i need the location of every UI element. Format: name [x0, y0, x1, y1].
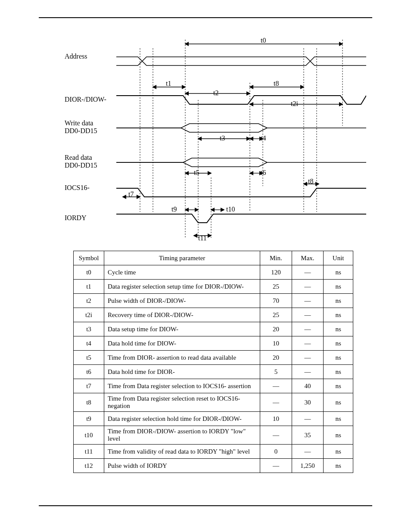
cell-min: 10 — [260, 336, 292, 351]
signal-label-address: Address — [65, 53, 87, 60]
table-row: t0Cycle time120—ns — [74, 265, 353, 280]
table-header-row: Symbol Timing parameter Min. Max. Unit — [74, 251, 353, 265]
table-row: t12Pulse width of IORDY—1,250ns — [74, 459, 353, 473]
cell-param: Data register selection setup time for D… — [104, 280, 260, 294]
table-row: t5Time from DIOR- assertion to read data… — [74, 351, 353, 365]
header-min: Min. — [260, 251, 292, 265]
cell-unit: ns — [324, 308, 353, 322]
cell-unit: ns — [324, 445, 353, 459]
cell-unit: ns — [324, 280, 353, 294]
cell-min: — — [260, 393, 292, 412]
cell-max: — — [292, 445, 324, 459]
cell-unit: ns — [324, 459, 353, 473]
dim-t3: t3 — [220, 134, 225, 142]
cell-symbol: t0 — [74, 265, 104, 280]
cell-symbol: t1 — [74, 280, 104, 294]
dim-t4: t4 — [261, 134, 266, 142]
table-row: t2Pulse width of DIOR-/DIOW-70—ns — [74, 294, 353, 308]
cell-min: 120 — [260, 265, 292, 280]
cell-max: — — [292, 336, 324, 351]
signal-label-dior-diow: DIOR-/DIOW- — [65, 96, 106, 103]
table-row: t2iRecovery time of DIOR-/DIOW-25—ns — [74, 308, 353, 322]
cell-min: — — [260, 426, 292, 445]
table-row: t7Time from Data register selection to I… — [74, 379, 353, 393]
cell-symbol: t8 — [74, 393, 104, 412]
cell-symbol: t2 — [74, 294, 104, 308]
cell-max: — — [292, 294, 324, 308]
table-row: t11Time from validity of read data to IO… — [74, 445, 353, 459]
cell-unit: ns — [324, 365, 353, 379]
cell-symbol: t5 — [74, 351, 104, 365]
cell-symbol: t6 — [74, 365, 104, 379]
cell-max: — — [292, 351, 324, 365]
dim-t8: t8 — [308, 177, 313, 185]
cell-min: 25 — [260, 308, 292, 322]
cell-max: 1,250 — [292, 459, 324, 473]
dim-t9: t8 — [274, 80, 279, 87]
cell-max: — — [292, 308, 324, 322]
timing-diagram: Address DIOR-/DIOW- Write data DD0-DD15 … — [65, 35, 366, 242]
cell-symbol: t4 — [74, 336, 104, 351]
cell-unit: ns — [324, 426, 353, 445]
cell-max: — — [292, 280, 324, 294]
cell-unit: ns — [324, 265, 353, 280]
timing-table: Symbol Timing parameter Min. Max. Unit t… — [73, 251, 353, 473]
cell-max: — — [292, 365, 324, 379]
dim-t10: t9 — [171, 205, 177, 213]
dim-t7: t7 — [128, 190, 134, 198]
cell-param: Pulse width of IORDY — [104, 459, 260, 473]
cell-param: Time from validity of read data to IORDY… — [104, 445, 260, 459]
signal-label-iocs16: IOCS16- — [65, 184, 90, 192]
cell-param: Time from Data register selection reset … — [104, 393, 260, 412]
cell-param: Data setup time for DIOW- — [104, 322, 260, 336]
cell-min: 20 — [260, 322, 292, 336]
cell-symbol: t9 — [74, 412, 104, 426]
cell-max: — — [292, 322, 324, 336]
cell-param: Pulse width of DIOR-/DIOW- — [104, 294, 260, 308]
dim-t2i: t2i — [291, 100, 298, 108]
dim-t6: t6 — [261, 169, 266, 177]
rule-top — [39, 17, 372, 18]
cell-max: 35 — [292, 426, 324, 445]
table-row: t6Data hold time for DIOR-5—ns — [74, 365, 353, 379]
cell-max: — — [292, 265, 324, 280]
dim-t12: t11 — [198, 234, 207, 242]
timing-table-wrap: Symbol Timing parameter Min. Max. Unit t… — [73, 251, 372, 473]
rule-bottom — [39, 505, 372, 506]
cell-param: Recovery time of DIOR-/DIOW- — [104, 308, 260, 322]
cell-min: — — [260, 459, 292, 473]
header-max: Max. — [292, 251, 324, 265]
cell-symbol: t7 — [74, 379, 104, 393]
table-row: t8Time from Data register selection rese… — [74, 393, 353, 412]
cell-symbol: t2i — [74, 308, 104, 322]
cell-symbol: t12 — [74, 459, 104, 473]
dim-t2: t2 — [213, 89, 218, 97]
header-unit: Unit — [324, 251, 353, 265]
cell-unit: ns — [324, 336, 353, 351]
cell-unit: ns — [324, 294, 353, 308]
cell-max: 40 — [292, 379, 324, 393]
table-row: t4Data hold time for DIOW-10—ns — [74, 336, 353, 351]
cell-symbol: t3 — [74, 322, 104, 336]
dim-t1: t1 — [166, 80, 171, 87]
dim-t5: t5 — [194, 169, 199, 177]
cell-min: 10 — [260, 412, 292, 426]
table-row: t9Data register selection hold time for … — [74, 412, 353, 426]
table-row: t3Data setup time for DIOW-20—ns — [74, 322, 353, 336]
header-param: Timing parameter — [104, 251, 260, 265]
cell-param: Cycle time — [104, 265, 260, 280]
cell-min: 5 — [260, 365, 292, 379]
cell-min: 25 — [260, 280, 292, 294]
cell-unit: ns — [324, 351, 353, 365]
cell-param: Data hold time for DIOR- — [104, 365, 260, 379]
cell-unit: ns — [324, 393, 353, 412]
signal-label-read-data: Read data DD0-DD15 — [65, 154, 97, 169]
cell-max: — — [292, 412, 324, 426]
table-row: t10Time from DIOR-/DIOW- assertion to IO… — [74, 426, 353, 445]
dim-t11: t10 — [226, 205, 235, 213]
cell-max: 30 — [292, 393, 324, 412]
cell-unit: ns — [324, 322, 353, 336]
cell-param: Data hold time for DIOW- — [104, 336, 260, 351]
signal-label-write-data: Write data DD0-DD15 — [65, 119, 97, 135]
cell-param: Time from Data register selection to IOC… — [104, 379, 260, 393]
